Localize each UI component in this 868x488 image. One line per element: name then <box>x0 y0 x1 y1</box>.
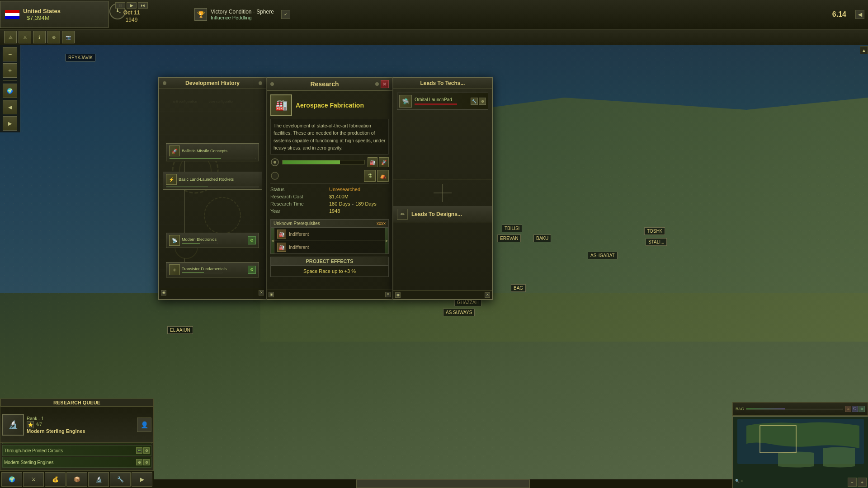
leads-tech-btn-1[interactable]: 🔧 <box>471 98 478 105</box>
city-baku: BAKU <box>533 235 551 242</box>
research-footer-close[interactable]: ✕ <box>385 292 391 297</box>
prereq-item-2: 🏭 Indifferent <box>274 241 385 253</box>
country-flag <box>5 10 19 19</box>
city-tbilisi: TBILISI <box>502 225 522 232</box>
tech-node-ballistic[interactable]: 🚀 Ballistic Missile Concepts <box>166 143 259 161</box>
victory-check-btn[interactable]: ✓ <box>281 10 290 19</box>
queue-icon-1: ⚙ <box>136 459 142 465</box>
tab-production[interactable]: 📦 <box>66 472 87 487</box>
research-action-btns: 🏭 🚀 <box>368 157 389 167</box>
country-name: United States <box>23 8 61 14</box>
queue-item[interactable]: Modern Sterling Engines ⚙ ⚙ <box>2 457 151 468</box>
dev-history-body: anti-configuration core-configuration 🚀 <box>159 89 266 288</box>
svg-text:🔍 ⊕: 🔍 ⊕ <box>735 479 744 483</box>
scrollbar-thumb[interactable] <box>356 479 530 488</box>
prereq-label-1: Indifferent <box>289 232 309 237</box>
dev-panel-footer: ◉ ✕ <box>159 288 266 297</box>
time-dash: - <box>352 201 354 206</box>
money-display: $7,394M <box>27 14 61 21</box>
research-close-btn[interactable]: ✕ <box>381 80 389 88</box>
toolbar-warning-btn[interactable]: ⚠ <box>4 31 17 43</box>
pause-btn[interactable]: ⏸ <box>115 2 125 9</box>
unit-portrait: 👤 <box>137 418 151 432</box>
prereq-label-2: Indifferent <box>289 245 309 250</box>
progress-bar-fill <box>283 160 340 164</box>
secondary-btn-2[interactable]: ⛺ <box>377 170 389 182</box>
footer-close[interactable]: ✕ <box>259 290 264 296</box>
sidebar-scroll-right[interactable]: ▶ <box>3 116 17 131</box>
play-btn[interactable]: ▶ <box>127 2 137 9</box>
leads-designs-section: ✏ Leads To Designs... <box>393 206 492 222</box>
toolbar-info-btn[interactable]: ℹ <box>33 31 46 43</box>
queue-icons: 📟 ⚙ <box>136 447 150 454</box>
secondary-btn-1[interactable]: ⚗ <box>364 170 376 182</box>
project-effects: PROJECT EFFECTS Space Race up to +3 % <box>270 257 389 277</box>
minimap-controls: − + <box>848 478 867 487</box>
time-value1: 180 Days <box>329 201 350 206</box>
minimap-bar-fill <box>746 408 785 409</box>
country-panel: United States $7,394M <box>0 1 108 28</box>
tab-military[interactable]: ⚔ <box>23 472 44 487</box>
date-year: 1949 <box>115 17 148 23</box>
leads-footer-pin: ◉ <box>395 292 401 298</box>
leads-panel-footer: ◉ ✕ <box>393 290 492 299</box>
sidebar-scroll-left[interactable]: ◀ <box>3 100 17 114</box>
tech-node-electronics[interactable]: 📡 Modern Electronics ⚙ <box>166 233 259 248</box>
queue-item-name: Through-hole Printed Circuits <box>4 448 136 453</box>
action-btn-2[interactable]: 🚀 <box>379 157 389 167</box>
svg-point-21 <box>274 161 276 164</box>
tab-globe[interactable]: 🌍 <box>1 472 22 487</box>
svg-text:core-configuration: core-configuration <box>209 100 234 103</box>
sidebar-globe-btn[interactable]: 🌍 <box>3 84 17 98</box>
toolbar-camera-btn[interactable]: 📷 <box>62 31 75 43</box>
toolbar-center-btn[interactable]: ⊕ <box>47 31 60 43</box>
minimap-icon-2: 🛡 <box>852 406 858 412</box>
progress-area: 🏭 🚀 <box>270 157 389 167</box>
prerequisites-section: Unknown Prerequisites xxxx ◀ 🏭 Indiffere… <box>270 219 389 254</box>
unit-name: Modern Sterling Engines <box>27 428 134 434</box>
research-body: 🏭 Aerospace Fabrication The development … <box>267 91 392 290</box>
fast-btn[interactable]: ⏭ <box>138 2 148 9</box>
time-label: Research Time <box>270 201 329 206</box>
sidebar-zoom-in[interactable]: + <box>3 63 17 78</box>
leads-footer-close[interactable]: ✕ <box>485 292 490 298</box>
prereq-code: xxxx <box>377 221 386 226</box>
minimap-zoom-in[interactable]: + <box>858 478 867 487</box>
tech-node-transistor-btn[interactable]: ⚙ <box>248 266 256 274</box>
prereq-item-1: 🏭 Indifferent <box>274 228 385 241</box>
action-btn-1[interactable]: 🏭 <box>368 157 377 167</box>
tab-research[interactable]: 🔬 <box>88 472 109 487</box>
tech-node-electronics-btn[interactable]: ⚙ <box>248 236 256 244</box>
leads-tech-btn-2[interactable]: ⚙ <box>479 98 486 105</box>
leads-tech-item-1[interactable]: 🛸 Orbital LaunchPad 🔧 ⚙ <box>397 93 488 110</box>
effects-header: PROJECT EFFECTS <box>271 257 388 266</box>
sidebar-zoom-out[interactable]: − <box>3 47 17 61</box>
minimap-bar <box>746 408 843 410</box>
status-label: Status <box>270 187 329 192</box>
right-edge-panel: ▲ <box>859 45 868 55</box>
victory-condition: Victory Condition - Sphere <box>211 9 274 15</box>
leads-tech-icon-1: 🛸 <box>399 95 412 108</box>
tab-diplomacy[interactable]: 🔧 <box>110 472 131 487</box>
tech-node-transistor-bar <box>182 272 204 273</box>
collapse-btn[interactable]: ◀ <box>855 10 864 19</box>
tech-node-rockets-bar <box>166 187 208 187</box>
tab-economy[interactable]: 💰 <box>45 472 66 487</box>
victory-type: Influence Peddling <box>211 15 274 20</box>
secondary-area: ⚗ ⛺ <box>270 170 389 182</box>
queue-item[interactable]: Through-hole Printed Circuits 📟 ⚙ <box>2 445 151 456</box>
toolbar-units-btn[interactable]: ⚔ <box>19 31 31 43</box>
tab-play[interactable]: ▶ <box>132 472 152 487</box>
minimap-icons: ⚔ 🛡 ⚙ <box>845 406 865 412</box>
unit-rank-icon: ⭐ <box>27 421 34 428</box>
date-month-day: Oct 11 <box>115 9 148 16</box>
tech-node-transistor[interactable]: ⚛ Transistor Fundamentals ⚙ <box>166 262 259 277</box>
city-toshk: TOSHK <box>644 227 665 235</box>
leads-tech-name-1: Orbital LaunchPad <box>415 97 468 102</box>
edge-scroll-up[interactable]: ▲ <box>860 46 868 54</box>
minimap-zoom-out[interactable]: − <box>848 478 857 487</box>
tech-node-rockets[interactable]: ⚡ Basic Land-Launched Rockets <box>163 172 262 190</box>
queue-icon-2: ⚙ <box>143 447 150 454</box>
cost-label: Research Cost <box>270 194 329 199</box>
score-display: 6.14 <box>823 10 855 19</box>
